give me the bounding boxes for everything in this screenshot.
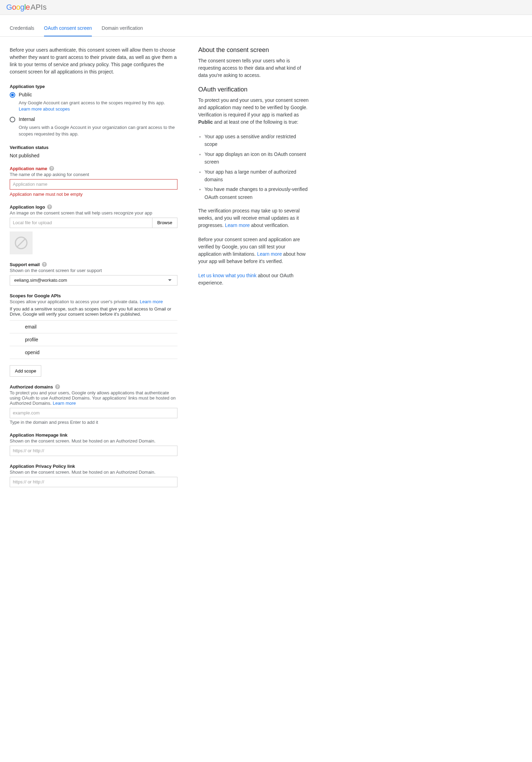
verify-bullet: You have made changes to a previously-ve… (204, 185, 309, 201)
support-email-desc: Shown on the consent screen for user sup… (10, 268, 177, 273)
help-icon[interactable]: ? (55, 384, 60, 389)
verify-p2-b: about verification. (250, 222, 289, 228)
scopes-desc-2: If you add a sensitive scope, such as sc… (10, 306, 177, 317)
verify-p4: Let us know what you think about our OAu… (198, 272, 309, 287)
add-scope-button[interactable]: Add scope (10, 365, 41, 377)
help-icon[interactable]: ? (42, 262, 47, 267)
radio-public[interactable] (10, 92, 15, 98)
tab-domain-verification[interactable]: Domain verification (102, 20, 143, 36)
tab-credentials[interactable]: Credentials (10, 20, 34, 36)
help-icon[interactable]: ? (47, 204, 52, 209)
authorized-domains-desc-text: To protect you and your users, Google on… (10, 390, 176, 406)
tabs: Credentials OAuth consent screen Domain … (0, 20, 532, 37)
verify-bullet: Your app uses a sensitive and/or restric… (204, 133, 309, 148)
authorized-domains-label: Authorized domains ? (10, 384, 177, 389)
verify-intro: To protect you and your users, your cons… (198, 97, 309, 126)
app-name-desc: The name of the app asking for consent (10, 172, 177, 177)
verification-status-title: Verification status (10, 145, 177, 150)
logo-placeholder (10, 231, 33, 254)
radio-internal[interactable] (10, 117, 15, 122)
about-text: The consent screen tells your users who … (198, 57, 309, 79)
homepage-link-desc: Shown on the consent screen. Must be hos… (10, 438, 177, 444)
about-title: About the consent screen (198, 46, 309, 54)
app-logo-label-text: Application logo (10, 204, 45, 210)
radio-public-desc-text: Any Google Account can grant access to t… (19, 100, 165, 105)
no-image-icon (14, 236, 28, 250)
help-icon[interactable]: ? (49, 166, 54, 171)
homepage-link-input[interactable] (10, 446, 177, 456)
app-logo-label: Application logo ? (10, 204, 177, 210)
scope-item[interactable]: email (10, 321, 177, 333)
scopes-desc-text-1: Scopes allow your application to access … (10, 299, 140, 304)
authorized-domains-hint: Type in the domain and press Enter to ad… (10, 420, 177, 425)
scope-item[interactable]: profile (10, 333, 177, 346)
authorized-domains-desc: To protect you and your users, Google on… (10, 390, 177, 406)
feedback-link[interactable]: Let us know what you think (198, 273, 256, 278)
support-email-label: Support email ? (10, 262, 177, 267)
verify-title: OAuth verification (198, 86, 309, 93)
radio-public-desc: Any Google Account can grant access to t… (19, 100, 177, 112)
authorized-domain-input[interactable] (10, 408, 177, 418)
scope-list: email profile openid (10, 320, 177, 359)
homepage-link-label: Application Homepage link (10, 432, 177, 438)
verify-intro-2: and at least one of the following is tru… (213, 119, 298, 125)
application-type-title: Application type (10, 84, 177, 89)
scopes-desc: Scopes allow your application to access … (10, 299, 177, 304)
tab-oauth-consent[interactable]: OAuth consent screen (44, 20, 92, 36)
svg-line-1 (17, 239, 25, 247)
authorized-domains-learn-more-link[interactable]: Learn more (53, 401, 76, 406)
verify-p2: The verification process may take up to … (198, 207, 309, 229)
verify-intro-bold: Public (198, 119, 213, 125)
support-email-value: eeliang.sim@workato.com (13, 278, 67, 283)
app-logo-desc: An image on the consent screen that will… (10, 210, 177, 216)
verify-learn-more-link-1[interactable]: Learn more (225, 222, 250, 228)
topbar: Google APIs (0, 0, 532, 15)
verify-intro-1: To protect you and your users, your cons… (198, 97, 308, 117)
app-logo-file-input[interactable] (10, 218, 152, 228)
privacy-link-desc: Shown on the consent screen. Must be hos… (10, 470, 177, 475)
app-name-input[interactable] (10, 179, 177, 190)
privacy-link-input[interactable] (10, 477, 177, 487)
authorized-domains-label-text: Authorized domains (10, 384, 53, 389)
radio-internal-label[interactable]: Internal (19, 116, 35, 122)
support-email-select[interactable]: eeliang.sim@workato.com (10, 275, 177, 286)
google-logo: Google (6, 3, 30, 12)
brand-suffix: APIs (30, 3, 46, 12)
support-email-label-text: Support email (10, 262, 40, 267)
verify-learn-more-link-2[interactable]: Learn more (257, 251, 282, 257)
browse-button[interactable]: Browse (152, 218, 177, 228)
verify-bullet: Your app has a large number of authorize… (204, 168, 309, 184)
app-name-error: Application name must not be empty (10, 192, 177, 197)
radio-internal-desc: Only users with a Google Account in your… (19, 124, 177, 137)
verify-p3: Before your consent screen and applicati… (198, 236, 309, 265)
radio-public-label[interactable]: Public (19, 92, 32, 97)
verify-bullet: Your app displays an icon on its OAuth c… (204, 150, 309, 166)
scopes-label: Scopes for Google APIs (10, 293, 177, 298)
privacy-link-label: Application Privacy Policy link (10, 464, 177, 469)
intro-text: Before your users authenticate, this con… (10, 46, 177, 76)
verify-bullets: Your app uses a sensitive and/or restric… (198, 133, 309, 201)
app-name-label-text: Application name (10, 166, 47, 171)
app-name-label: Application name ? (10, 166, 177, 171)
scope-item[interactable]: openid (10, 346, 177, 359)
chevron-down-icon (168, 279, 172, 281)
learn-more-scopes-link[interactable]: Learn more about scopes (19, 106, 70, 112)
scopes-learn-more-link[interactable]: Learn more (140, 299, 163, 304)
verification-status-value: Not published (10, 153, 177, 158)
